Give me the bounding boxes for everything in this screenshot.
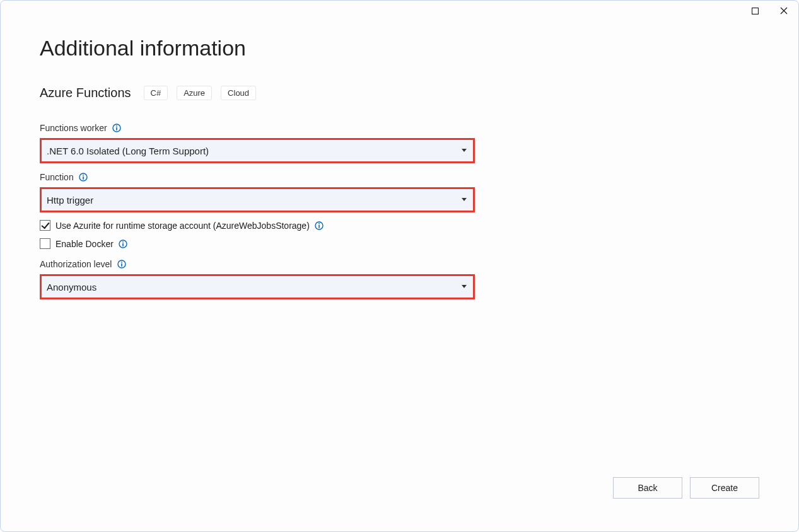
function-value: Http trigger xyxy=(47,195,93,205)
enable-docker-label: Enable Docker xyxy=(55,239,114,249)
functions-worker-label-row: Functions worker xyxy=(40,123,759,133)
close-button[interactable] xyxy=(769,1,798,21)
info-icon[interactable] xyxy=(79,173,88,182)
authorization-level-label-row: Authorization level xyxy=(40,259,759,269)
maximize-icon xyxy=(752,8,759,14)
page-title: Additional information xyxy=(40,36,759,61)
dialog-content: Additional information Azure Functions C… xyxy=(40,36,759,304)
project-summary: Azure Functions C# Azure Cloud xyxy=(40,86,759,100)
authorization-level-value: Anonymous xyxy=(47,282,96,292)
svg-rect-9 xyxy=(83,175,84,176)
tag-category: Cloud xyxy=(221,86,256,100)
chevron-down-icon xyxy=(462,149,467,153)
svg-rect-4 xyxy=(116,127,117,130)
function-dropdown[interactable]: Http trigger xyxy=(40,187,475,212)
tag-language: C# xyxy=(144,86,168,100)
use-azurite-label: Use Azurite for runtime storage account … xyxy=(55,221,310,231)
svg-rect-13 xyxy=(319,223,320,224)
functions-worker-label: Functions worker xyxy=(40,123,107,133)
info-icon[interactable] xyxy=(119,239,128,248)
back-button[interactable]: Back xyxy=(613,477,682,499)
chevron-down-icon xyxy=(462,285,467,289)
functions-worker-dropdown[interactable]: .NET 6.0 Isolated (Long Term Support) xyxy=(40,138,475,163)
enable-docker-checkbox[interactable] xyxy=(40,238,50,249)
info-icon[interactable] xyxy=(315,221,324,230)
info-icon[interactable] xyxy=(117,260,126,269)
authorization-level-dropdown[interactable]: Anonymous xyxy=(40,274,475,299)
dialog-footer: Back Create xyxy=(613,477,759,499)
svg-rect-8 xyxy=(83,176,84,180)
use-azurite-row: Use Azurite for runtime storage account … xyxy=(40,220,759,231)
svg-rect-12 xyxy=(319,224,320,228)
enable-docker-row: Enable Docker xyxy=(40,238,759,249)
svg-marker-20 xyxy=(462,285,467,288)
svg-marker-10 xyxy=(462,198,467,201)
svg-rect-15 xyxy=(123,243,124,246)
window-controls xyxy=(740,1,798,26)
svg-rect-18 xyxy=(121,263,122,267)
info-icon[interactable] xyxy=(112,124,122,133)
dialog-window: Additional information Azure Functions C… xyxy=(0,0,799,532)
close-icon xyxy=(780,7,788,14)
svg-rect-16 xyxy=(123,241,124,243)
function-label: Function xyxy=(40,172,74,182)
svg-rect-19 xyxy=(121,262,122,263)
tag-platform: Azure xyxy=(177,86,212,100)
use-azurite-checkbox[interactable] xyxy=(40,220,50,231)
svg-rect-5 xyxy=(116,125,117,127)
function-label-row: Function xyxy=(40,172,759,182)
create-button[interactable]: Create xyxy=(690,477,759,499)
chevron-down-icon xyxy=(462,198,467,202)
svg-marker-6 xyxy=(462,149,467,152)
authorization-level-label: Authorization level xyxy=(40,259,112,269)
maximize-button[interactable] xyxy=(740,1,769,21)
project-type: Azure Functions xyxy=(40,86,131,100)
functions-worker-value: .NET 6.0 Isolated (Long Term Support) xyxy=(47,146,209,156)
svg-rect-0 xyxy=(752,8,758,14)
